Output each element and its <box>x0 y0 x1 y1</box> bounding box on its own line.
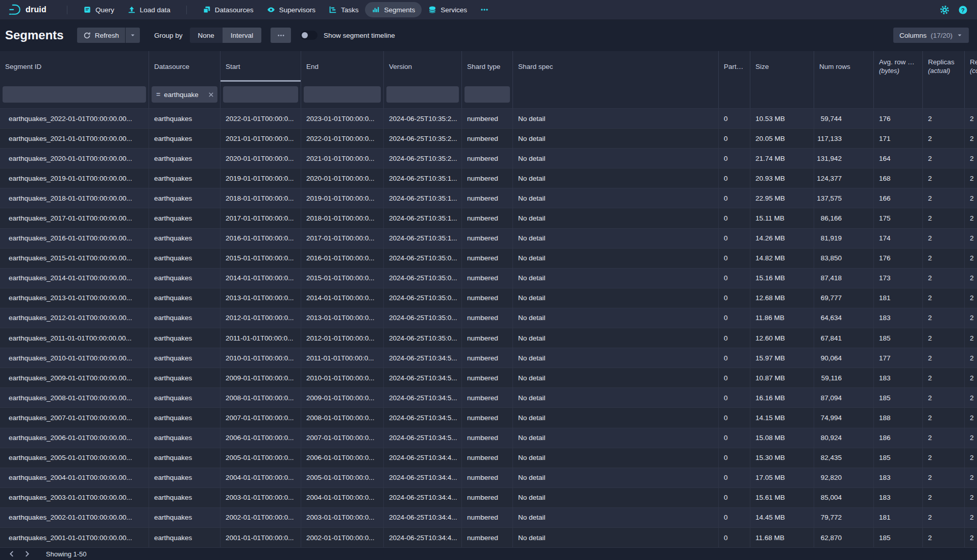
cell-avg_row_size[interactable]: 173 <box>874 269 923 288</box>
cell-partition[interactable]: 0 <box>719 149 750 168</box>
cell-replication_factor[interactable]: 2 <box>965 168 977 188</box>
cell-num_rows[interactable]: 59,744 <box>814 109 874 129</box>
cell-version[interactable]: 2024-06-25T10:34:5... <box>384 368 462 388</box>
cell-id[interactable]: earthquakes_2017-01-01T00:00:00.00... <box>0 208 149 228</box>
cell-version[interactable]: 2024-06-25T10:35:0... <box>384 269 462 288</box>
cell-shard_spec[interactable]: No detail <box>513 428 719 448</box>
cell-replication_factor[interactable]: 2 <box>965 308 977 328</box>
cell-size[interactable]: 15.08 MB <box>750 428 814 448</box>
cell-shard_type[interactable]: numbered <box>462 468 513 488</box>
cell-partition[interactable]: 0 <box>719 388 750 408</box>
cell-partition[interactable]: 0 <box>719 229 750 249</box>
cell-start[interactable]: 2006-01-01T00:00:0... <box>221 428 301 448</box>
cell-datasource[interactable]: earthquakes <box>149 488 221 508</box>
datasource-filter-chip[interactable]: = earthquake <box>152 86 217 103</box>
cell-start[interactable]: 2009-01-01T00:00:0... <box>221 368 301 388</box>
cell-replicas[interactable]: 2 <box>923 249 965 269</box>
cell-partition[interactable]: 0 <box>719 288 750 308</box>
cell-avg_row_size[interactable]: 174 <box>874 229 923 249</box>
cell-datasource[interactable]: earthquakes <box>149 229 221 249</box>
cell-partition[interactable]: 0 <box>719 208 750 228</box>
cell-avg_row_size[interactable]: 183 <box>874 308 923 328</box>
cell-shard_spec[interactable]: No detail <box>513 168 719 188</box>
cell-version[interactable]: 2024-06-25T10:35:0... <box>384 249 462 269</box>
help-icon[interactable]: ? <box>958 5 968 15</box>
cell-end[interactable]: 2009-01-01T00:00:0... <box>301 388 384 408</box>
cell-shard_spec[interactable]: No detail <box>513 269 719 288</box>
cell-start[interactable]: 2007-01-01T00:00:0... <box>221 408 301 428</box>
cell-replicas[interactable]: 2 <box>923 408 965 428</box>
cell-num_rows[interactable]: 92,820 <box>814 468 874 488</box>
cell-end[interactable]: 2012-01-01T00:00:0... <box>301 328 384 348</box>
cell-size[interactable]: 14.45 MB <box>750 508 814 528</box>
cell-size[interactable]: 14.26 MB <box>750 229 814 249</box>
cell-version[interactable]: 2024-06-25T10:35:1... <box>384 229 462 249</box>
column-header-replicas[interactable]: Replicas(actual) <box>923 51 965 82</box>
cell-avg_row_size[interactable]: 186 <box>874 428 923 448</box>
cell-partition[interactable]: 0 <box>719 249 750 269</box>
cell-replicas[interactable]: 2 <box>923 129 965 149</box>
cell-version[interactable]: 2024-06-25T10:35:1... <box>384 168 462 188</box>
cell-num_rows[interactable]: 64,634 <box>814 308 874 328</box>
cell-shard_spec[interactable]: No detail <box>513 208 719 228</box>
cell-shard_spec[interactable]: No detail <box>513 468 719 488</box>
cell-start[interactable]: 2020-01-01T00:00:0... <box>221 149 301 168</box>
cell-end[interactable]: 2003-01-01T00:00:0... <box>301 508 384 528</box>
cell-start[interactable]: 2003-01-01T00:00:0... <box>221 488 301 508</box>
cell-end[interactable]: 2021-01-01T00:00:0... <box>301 149 384 168</box>
columns-button[interactable]: Columns (17/20) <box>893 28 969 43</box>
cell-version[interactable]: 2024-06-25T10:34:5... <box>384 348 462 368</box>
cell-shard_type[interactable]: numbered <box>462 388 513 408</box>
cell-shard_type[interactable]: numbered <box>462 408 513 428</box>
cell-shard_spec[interactable]: No detail <box>513 348 719 368</box>
cell-avg_row_size[interactable]: 171 <box>874 129 923 149</box>
cell-shard_spec[interactable]: No detail <box>513 149 719 168</box>
cell-avg_row_size[interactable]: 185 <box>874 328 923 348</box>
cell-end[interactable]: 2006-01-01T00:00:0... <box>301 448 384 468</box>
cell-num_rows[interactable]: 86,166 <box>814 208 874 228</box>
cell-replicas[interactable]: 2 <box>923 348 965 368</box>
cell-num_rows[interactable]: 137,575 <box>814 188 874 208</box>
cell-replicas[interactable]: 2 <box>923 428 965 448</box>
cell-start[interactable]: 2010-01-01T00:00:0... <box>221 348 301 368</box>
cell-shard_spec[interactable]: No detail <box>513 388 719 408</box>
nav-item-tasks[interactable]: Tasks <box>322 2 365 17</box>
cell-replication_factor[interactable]: 2 <box>965 149 977 168</box>
cell-replication_factor[interactable]: 2 <box>965 488 977 508</box>
settings-gear-icon[interactable] <box>940 5 949 15</box>
cell-size[interactable]: 14.82 MB <box>750 249 814 269</box>
cell-start[interactable]: 2018-01-01T00:00:0... <box>221 188 301 208</box>
cell-id[interactable]: earthquakes_2021-01-01T00:00:00.00... <box>0 129 149 149</box>
cell-num_rows[interactable]: 131,942 <box>814 149 874 168</box>
cell-start[interactable]: 2005-01-01T00:00:0... <box>221 448 301 468</box>
cell-size[interactable]: 20.05 MB <box>750 129 814 149</box>
cell-id[interactable]: earthquakes_2001-01-01T00:00:00.00... <box>0 528 149 548</box>
cell-size[interactable]: 14.15 MB <box>750 408 814 428</box>
cell-datasource[interactable]: earthquakes <box>149 408 221 428</box>
cell-partition[interactable]: 0 <box>719 428 750 448</box>
cell-shard_type[interactable]: numbered <box>462 428 513 448</box>
cell-replicas[interactable]: 2 <box>923 508 965 528</box>
cell-id[interactable]: earthquakes_2012-01-01T00:00:00.00... <box>0 308 149 328</box>
cell-avg_row_size[interactable]: 183 <box>874 368 923 388</box>
cell-end[interactable]: 2011-01-01T00:00:0... <box>301 348 384 368</box>
cell-avg_row_size[interactable]: 185 <box>874 528 923 548</box>
cell-num_rows[interactable]: 85,004 <box>814 488 874 508</box>
cell-num_rows[interactable]: 74,994 <box>814 408 874 428</box>
nav-item-load-data[interactable]: Load data <box>121 2 177 17</box>
cell-size[interactable]: 15.61 MB <box>750 488 814 508</box>
cell-shard_spec[interactable]: No detail <box>513 448 719 468</box>
cell-shard_type[interactable]: numbered <box>462 229 513 249</box>
cell-shard_spec[interactable]: No detail <box>513 488 719 508</box>
cell-size[interactable]: 12.68 MB <box>750 288 814 308</box>
cell-num_rows[interactable]: 67,841 <box>814 328 874 348</box>
cell-shard_spec[interactable]: No detail <box>513 528 719 548</box>
cell-version[interactable]: 2024-06-25T10:34:4... <box>384 448 462 468</box>
cell-datasource[interactable]: earthquakes <box>149 129 221 149</box>
cell-replicas[interactable]: 2 <box>923 488 965 508</box>
cell-id[interactable]: earthquakes_2015-01-01T00:00:00.00... <box>0 249 149 269</box>
cell-partition[interactable]: 0 <box>719 188 750 208</box>
cell-datasource[interactable]: earthquakes <box>149 269 221 288</box>
cell-id[interactable]: earthquakes_2005-01-01T00:00:00.00... <box>0 448 149 468</box>
cell-avg_row_size[interactable]: 185 <box>874 388 923 408</box>
